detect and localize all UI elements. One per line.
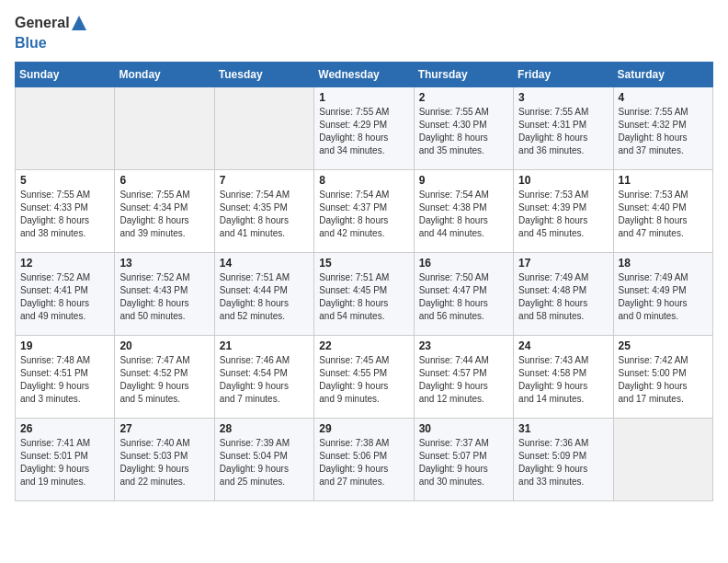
calendar-cell: [214, 87, 313, 170]
day-info: Sunrise: 7:52 AM Sunset: 4:41 PM Dayligh…: [20, 271, 109, 323]
day-info: Sunrise: 7:53 AM Sunset: 4:40 PM Dayligh…: [619, 189, 708, 240]
day-info: Sunrise: 7:55 AM Sunset: 4:29 PM Dayligh…: [319, 106, 408, 157]
weekday-header-sunday: Sunday: [16, 63, 115, 87]
calendar-cell: 27Sunrise: 7:40 AM Sunset: 5:03 PM Dayli…: [115, 419, 214, 501]
day-number: 4: [619, 91, 708, 104]
calendar-cell: 19Sunrise: 7:48 AM Sunset: 4:51 PM Dayli…: [16, 336, 115, 419]
week-row-5: 26Sunrise: 7:41 AM Sunset: 5:01 PM Dayli…: [16, 419, 713, 501]
day-info: Sunrise: 7:54 AM Sunset: 4:38 PM Dayligh…: [419, 189, 508, 240]
day-number: 30: [419, 422, 508, 435]
day-number: 10: [518, 174, 608, 187]
svg-marker-0: [72, 16, 86, 30]
week-row-4: 19Sunrise: 7:48 AM Sunset: 4:51 PM Dayli…: [16, 336, 713, 419]
day-info: Sunrise: 7:55 AM Sunset: 4:30 PM Dayligh…: [419, 106, 508, 157]
calendar-header: SundayMondayTuesdayWednesdayThursdayFrid…: [16, 63, 713, 87]
day-info: Sunrise: 7:55 AM Sunset: 4:31 PM Dayligh…: [518, 106, 608, 157]
calendar-cell: 5Sunrise: 7:55 AM Sunset: 4:33 PM Daylig…: [16, 170, 115, 253]
day-info: Sunrise: 7:48 AM Sunset: 4:51 PM Dayligh…: [20, 354, 109, 406]
calendar-cell: 13Sunrise: 7:52 AM Sunset: 4:43 PM Dayli…: [115, 253, 214, 336]
day-number: 17: [518, 257, 608, 270]
day-number: 15: [319, 257, 408, 270]
calendar-body: 1Sunrise: 7:55 AM Sunset: 4:29 PM Daylig…: [16, 87, 713, 501]
calendar-cell: 29Sunrise: 7:38 AM Sunset: 5:06 PM Dayli…: [314, 419, 414, 501]
calendar-cell: 22Sunrise: 7:45 AM Sunset: 4:55 PM Dayli…: [314, 336, 414, 419]
weekday-header-tuesday: Tuesday: [214, 63, 313, 87]
calendar-cell: 2Sunrise: 7:55 AM Sunset: 4:30 PM Daylig…: [414, 87, 513, 170]
calendar-cell: 7Sunrise: 7:54 AM Sunset: 4:35 PM Daylig…: [214, 170, 313, 253]
day-number: 7: [220, 174, 309, 187]
calendar-cell: 8Sunrise: 7:54 AM Sunset: 4:37 PM Daylig…: [314, 170, 414, 253]
day-info: Sunrise: 7:38 AM Sunset: 5:06 PM Dayligh…: [319, 437, 408, 488]
day-info: Sunrise: 7:53 AM Sunset: 4:39 PM Dayligh…: [518, 189, 608, 240]
day-info: Sunrise: 7:39 AM Sunset: 5:04 PM Dayligh…: [220, 437, 309, 488]
day-number: 19: [20, 339, 109, 352]
day-info: Sunrise: 7:55 AM Sunset: 4:32 PM Dayligh…: [619, 106, 708, 157]
day-number: 21: [220, 339, 309, 352]
calendar-cell: [115, 87, 214, 170]
day-number: 6: [119, 174, 209, 187]
day-info: Sunrise: 7:40 AM Sunset: 5:03 PM Dayligh…: [119, 437, 209, 488]
day-info: Sunrise: 7:51 AM Sunset: 4:45 PM Dayligh…: [319, 271, 408, 323]
day-number: 22: [319, 339, 408, 352]
day-number: 11: [619, 174, 708, 187]
day-number: 14: [220, 257, 309, 270]
calendar-cell: 15Sunrise: 7:51 AM Sunset: 4:45 PM Dayli…: [314, 253, 414, 336]
logo-general-text: General: [15, 15, 70, 31]
calendar-cell: 23Sunrise: 7:44 AM Sunset: 4:57 PM Dayli…: [414, 336, 513, 419]
day-number: 18: [619, 257, 708, 270]
calendar-cell: 18Sunrise: 7:49 AM Sunset: 4:49 PM Dayli…: [613, 253, 712, 336]
week-row-2: 5Sunrise: 7:55 AM Sunset: 4:33 PM Daylig…: [16, 170, 713, 253]
logo-blue-text: Blue: [15, 35, 47, 52]
day-number: 16: [419, 257, 508, 270]
calendar-cell: [16, 87, 115, 170]
day-info: Sunrise: 7:49 AM Sunset: 4:49 PM Dayligh…: [619, 271, 708, 323]
day-info: Sunrise: 7:37 AM Sunset: 5:07 PM Dayligh…: [419, 437, 508, 488]
day-number: 12: [20, 257, 109, 270]
day-info: Sunrise: 7:55 AM Sunset: 4:34 PM Dayligh…: [119, 189, 209, 240]
day-info: Sunrise: 7:41 AM Sunset: 5:01 PM Dayligh…: [20, 437, 109, 488]
day-info: Sunrise: 7:42 AM Sunset: 5:00 PM Dayligh…: [619, 354, 708, 406]
day-info: Sunrise: 7:54 AM Sunset: 4:35 PM Dayligh…: [220, 189, 309, 240]
day-info: Sunrise: 7:52 AM Sunset: 4:43 PM Dayligh…: [119, 271, 209, 323]
day-info: Sunrise: 7:51 AM Sunset: 4:44 PM Dayligh…: [220, 271, 309, 323]
day-number: 26: [20, 422, 109, 435]
calendar-cell: 9Sunrise: 7:54 AM Sunset: 4:38 PM Daylig…: [414, 170, 513, 253]
day-number: 3: [518, 91, 608, 104]
day-number: 5: [20, 174, 109, 187]
calendar-cell: 6Sunrise: 7:55 AM Sunset: 4:34 PM Daylig…: [115, 170, 214, 253]
logo: GeneralBlue: [15, 15, 86, 51]
day-info: Sunrise: 7:43 AM Sunset: 4:58 PM Dayligh…: [518, 354, 608, 406]
calendar-cell: 30Sunrise: 7:37 AM Sunset: 5:07 PM Dayli…: [414, 419, 513, 501]
calendar-cell: 17Sunrise: 7:49 AM Sunset: 4:48 PM Dayli…: [514, 253, 613, 336]
day-number: 27: [119, 422, 209, 435]
day-number: 31: [518, 422, 608, 435]
week-row-3: 12Sunrise: 7:52 AM Sunset: 4:41 PM Dayli…: [16, 253, 713, 336]
calendar-cell: 26Sunrise: 7:41 AM Sunset: 5:01 PM Dayli…: [16, 419, 115, 501]
weekday-header-wednesday: Wednesday: [314, 63, 414, 87]
day-info: Sunrise: 7:54 AM Sunset: 4:37 PM Dayligh…: [319, 189, 408, 240]
day-number: 24: [518, 339, 608, 352]
calendar-cell: 11Sunrise: 7:53 AM Sunset: 4:40 PM Dayli…: [613, 170, 712, 253]
day-info: Sunrise: 7:44 AM Sunset: 4:57 PM Dayligh…: [419, 354, 508, 406]
day-info: Sunrise: 7:46 AM Sunset: 4:54 PM Dayligh…: [220, 354, 309, 406]
day-number: 9: [419, 174, 508, 187]
calendar-cell: 31Sunrise: 7:36 AM Sunset: 5:09 PM Dayli…: [514, 419, 613, 501]
day-number: 25: [619, 339, 708, 352]
day-number: 2: [419, 91, 508, 104]
day-info: Sunrise: 7:55 AM Sunset: 4:33 PM Dayligh…: [20, 189, 109, 240]
calendar-cell: 24Sunrise: 7:43 AM Sunset: 4:58 PM Dayli…: [514, 336, 613, 419]
day-number: 20: [119, 339, 209, 352]
calendar-cell: 4Sunrise: 7:55 AM Sunset: 4:32 PM Daylig…: [613, 87, 712, 170]
calendar-cell: 16Sunrise: 7:50 AM Sunset: 4:47 PM Dayli…: [414, 253, 513, 336]
calendar-cell: [613, 419, 712, 501]
calendar-cell: 28Sunrise: 7:39 AM Sunset: 5:04 PM Dayli…: [214, 419, 313, 501]
calendar-cell: 1Sunrise: 7:55 AM Sunset: 4:29 PM Daylig…: [314, 87, 414, 170]
page-header: GeneralBlue: [15, 15, 713, 51]
weekday-row: SundayMondayTuesdayWednesdayThursdayFrid…: [16, 63, 713, 87]
day-number: 29: [319, 422, 408, 435]
day-number: 23: [419, 339, 508, 352]
calendar-cell: 21Sunrise: 7:46 AM Sunset: 4:54 PM Dayli…: [214, 336, 313, 419]
calendar-cell: 12Sunrise: 7:52 AM Sunset: 4:41 PM Dayli…: [16, 253, 115, 336]
weekday-header-saturday: Saturday: [613, 63, 712, 87]
calendar-cell: 10Sunrise: 7:53 AM Sunset: 4:39 PM Dayli…: [514, 170, 613, 253]
